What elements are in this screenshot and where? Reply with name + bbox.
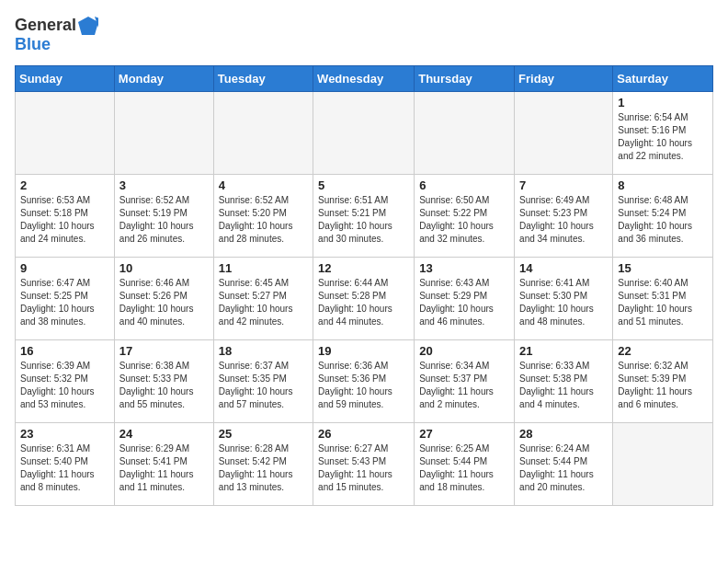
day-number: 18 (219, 344, 308, 358)
day-number: 7 (519, 178, 608, 192)
day-info: Sunrise: 6:40 AM Sunset: 5:31 PM Dayligh… (618, 277, 708, 328)
day-number: 10 (119, 261, 209, 275)
calendar-day-cell: 22Sunrise: 6:32 AM Sunset: 5:39 PM Dayli… (613, 340, 713, 423)
calendar-day-cell (613, 423, 713, 506)
calendar-day-cell: 5Sunrise: 6:51 AM Sunset: 5:21 PM Daylig… (313, 175, 415, 258)
calendar-day-cell: 25Sunrise: 6:28 AM Sunset: 5:42 PM Dayli… (213, 423, 313, 506)
calendar-day-cell: 27Sunrise: 6:25 AM Sunset: 5:44 PM Dayli… (415, 423, 515, 506)
day-info: Sunrise: 6:37 AM Sunset: 5:35 PM Dayligh… (219, 360, 308, 411)
calendar-table: SundayMondayTuesdayWednesdayThursdayFrid… (15, 65, 713, 506)
day-number: 11 (219, 261, 308, 275)
day-number: 16 (20, 344, 109, 358)
day-number: 6 (419, 178, 509, 192)
day-info: Sunrise: 6:46 AM Sunset: 5:26 PM Dayligh… (119, 277, 209, 328)
svg-marker-0 (78, 17, 98, 35)
day-number: 13 (419, 261, 509, 275)
day-info: Sunrise: 6:51 AM Sunset: 5:21 PM Dayligh… (318, 194, 409, 246)
day-info: Sunrise: 6:32 AM Sunset: 5:39 PM Dayligh… (618, 360, 708, 411)
calendar-day-cell (415, 92, 515, 175)
day-info: Sunrise: 6:44 AM Sunset: 5:28 PM Dayligh… (318, 277, 409, 328)
day-info: Sunrise: 6:28 AM Sunset: 5:42 PM Dayligh… (219, 442, 308, 494)
calendar-day-cell: 14Sunrise: 6:41 AM Sunset: 5:30 PM Dayli… (515, 258, 613, 340)
calendar-day-cell: 1Sunrise: 6:54 AM Sunset: 5:16 PM Daylig… (613, 92, 713, 175)
logo-blue: Blue (15, 35, 51, 54)
day-number: 12 (318, 261, 409, 275)
calendar-day-cell: 24Sunrise: 6:29 AM Sunset: 5:41 PM Dayli… (114, 423, 213, 506)
weekday-header-row: SundayMondayTuesdayWednesdayThursdayFrid… (16, 66, 713, 92)
day-number: 25 (219, 427, 308, 441)
calendar-week-row: 2Sunrise: 6:53 AM Sunset: 5:18 PM Daylig… (16, 175, 713, 258)
day-number: 24 (119, 427, 209, 441)
calendar-day-cell: 12Sunrise: 6:44 AM Sunset: 5:28 PM Dayli… (313, 258, 415, 340)
day-info: Sunrise: 6:41 AM Sunset: 5:30 PM Dayligh… (519, 277, 608, 328)
day-number: 17 (119, 344, 209, 358)
day-number: 28 (519, 427, 608, 441)
page-header: GeneralBlue (15, 15, 713, 54)
day-number: 4 (219, 178, 308, 192)
calendar-day-cell: 6Sunrise: 6:50 AM Sunset: 5:22 PM Daylig… (415, 175, 515, 258)
calendar-day-cell: 10Sunrise: 6:46 AM Sunset: 5:26 PM Dayli… (114, 258, 213, 340)
day-info: Sunrise: 6:38 AM Sunset: 5:33 PM Dayligh… (119, 360, 209, 411)
weekday-header: Thursday (415, 66, 515, 92)
calendar-day-cell (16, 92, 115, 175)
calendar-day-cell: 19Sunrise: 6:36 AM Sunset: 5:36 PM Dayli… (313, 340, 415, 423)
weekday-header: Monday (114, 66, 213, 92)
day-info: Sunrise: 6:27 AM Sunset: 5:43 PM Dayligh… (318, 442, 409, 494)
day-number: 1 (618, 96, 708, 109)
calendar-day-cell: 4Sunrise: 6:52 AM Sunset: 5:20 PM Daylig… (213, 175, 313, 258)
logo-general: General (15, 16, 76, 35)
day-info: Sunrise: 6:31 AM Sunset: 5:40 PM Dayligh… (20, 442, 109, 494)
calendar-day-cell: 17Sunrise: 6:38 AM Sunset: 5:33 PM Dayli… (114, 340, 213, 423)
day-info: Sunrise: 6:47 AM Sunset: 5:25 PM Dayligh… (20, 277, 109, 328)
calendar-day-cell: 13Sunrise: 6:43 AM Sunset: 5:29 PM Dayli… (415, 258, 515, 340)
day-number: 9 (20, 261, 109, 275)
day-info: Sunrise: 6:25 AM Sunset: 5:44 PM Dayligh… (419, 442, 509, 494)
day-info: Sunrise: 6:45 AM Sunset: 5:27 PM Dayligh… (219, 277, 308, 328)
day-info: Sunrise: 6:33 AM Sunset: 5:38 PM Dayligh… (519, 360, 608, 411)
calendar-day-cell (213, 92, 313, 175)
day-number: 27 (419, 427, 509, 441)
calendar-day-cell: 8Sunrise: 6:48 AM Sunset: 5:24 PM Daylig… (613, 175, 713, 258)
calendar-week-row: 1Sunrise: 6:54 AM Sunset: 5:16 PM Daylig… (16, 92, 713, 175)
calendar-day-cell: 23Sunrise: 6:31 AM Sunset: 5:40 PM Dayli… (16, 423, 115, 506)
calendar-day-cell: 11Sunrise: 6:45 AM Sunset: 5:27 PM Dayli… (213, 258, 313, 340)
day-number: 15 (618, 261, 708, 275)
day-number: 19 (318, 344, 409, 358)
calendar-day-cell (313, 92, 415, 175)
day-info: Sunrise: 6:34 AM Sunset: 5:37 PM Dayligh… (419, 360, 509, 411)
day-info: Sunrise: 6:29 AM Sunset: 5:41 PM Dayligh… (119, 442, 209, 494)
calendar-day-cell: 3Sunrise: 6:52 AM Sunset: 5:19 PM Daylig… (114, 175, 213, 258)
calendar-week-row: 23Sunrise: 6:31 AM Sunset: 5:40 PM Dayli… (16, 423, 713, 506)
day-number: 26 (318, 427, 409, 441)
day-number: 23 (20, 427, 109, 441)
day-number: 20 (419, 344, 509, 358)
calendar-day-cell: 9Sunrise: 6:47 AM Sunset: 5:25 PM Daylig… (16, 258, 115, 340)
day-number: 2 (20, 178, 109, 192)
day-info: Sunrise: 6:53 AM Sunset: 5:18 PM Dayligh… (20, 194, 109, 246)
calendar-day-cell: 2Sunrise: 6:53 AM Sunset: 5:18 PM Daylig… (16, 175, 115, 258)
day-number: 8 (618, 178, 708, 192)
weekday-header: Saturday (613, 66, 713, 92)
calendar-day-cell: 28Sunrise: 6:24 AM Sunset: 5:44 PM Dayli… (515, 423, 613, 506)
day-number: 5 (318, 178, 409, 192)
logo-icon (78, 15, 98, 35)
day-info: Sunrise: 6:50 AM Sunset: 5:22 PM Dayligh… (419, 194, 509, 246)
day-info: Sunrise: 6:24 AM Sunset: 5:44 PM Dayligh… (519, 442, 608, 494)
day-info: Sunrise: 6:36 AM Sunset: 5:36 PM Dayligh… (318, 360, 409, 411)
day-info: Sunrise: 6:52 AM Sunset: 5:20 PM Dayligh… (219, 194, 308, 246)
weekday-header: Friday (515, 66, 613, 92)
calendar-day-cell: 15Sunrise: 6:40 AM Sunset: 5:31 PM Dayli… (613, 258, 713, 340)
calendar-day-cell: 7Sunrise: 6:49 AM Sunset: 5:23 PM Daylig… (515, 175, 613, 258)
calendar-day-cell: 26Sunrise: 6:27 AM Sunset: 5:43 PM Dayli… (313, 423, 415, 506)
weekday-header: Sunday (16, 66, 115, 92)
day-number: 21 (519, 344, 608, 358)
calendar-day-cell (114, 92, 213, 175)
calendar-week-row: 9Sunrise: 6:47 AM Sunset: 5:25 PM Daylig… (16, 258, 713, 340)
calendar-week-row: 16Sunrise: 6:39 AM Sunset: 5:32 PM Dayli… (16, 340, 713, 423)
calendar-day-cell: 16Sunrise: 6:39 AM Sunset: 5:32 PM Dayli… (16, 340, 115, 423)
calendar-day-cell: 21Sunrise: 6:33 AM Sunset: 5:38 PM Dayli… (515, 340, 613, 423)
day-info: Sunrise: 6:52 AM Sunset: 5:19 PM Dayligh… (119, 194, 209, 246)
day-info: Sunrise: 6:54 AM Sunset: 5:16 PM Dayligh… (618, 111, 708, 163)
logo: GeneralBlue (15, 15, 98, 54)
calendar-day-cell: 20Sunrise: 6:34 AM Sunset: 5:37 PM Dayli… (415, 340, 515, 423)
